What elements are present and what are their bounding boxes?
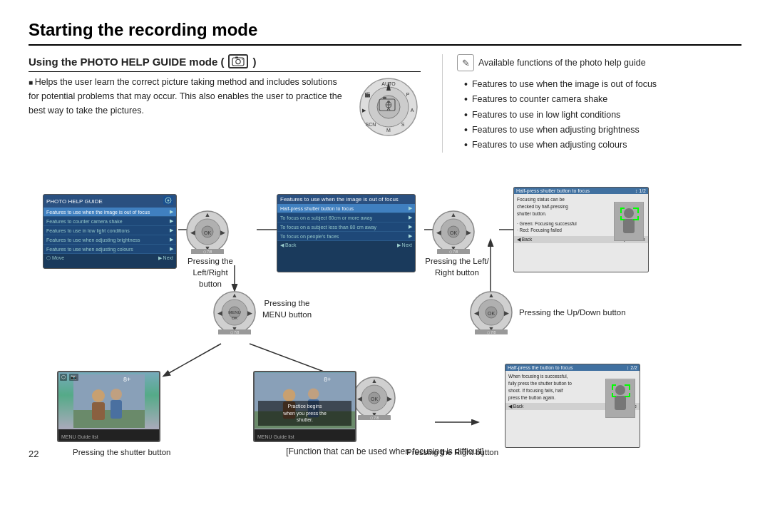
svg-text:A: A	[411, 108, 414, 113]
screen-header-2: Features to use when the image is out of…	[277, 195, 415, 204]
svg-text:▶: ▶	[466, 229, 471, 236]
svg-rect-118	[612, 384, 613, 390]
detail-screen-practice: Half-press the button to focus ↕ 2/2 Whe…	[505, 364, 640, 448]
svg-text:M: M	[386, 128, 391, 133]
photo-image-left: 8+ ⬡ 📷	[58, 372, 159, 429]
svg-point-1	[236, 59, 240, 63]
svg-text:▶: ▶	[504, 310, 509, 317]
svg-text:◀: ◀	[217, 310, 222, 317]
feature-item-2: Features to counter camera shake	[464, 92, 741, 107]
svg-rect-66	[620, 216, 622, 220]
photo-footer-left: MENU Guide list	[58, 429, 159, 442]
screen-row-1-active: Features to use when the image is out of…	[43, 208, 176, 217]
svg-rect-122	[612, 393, 613, 397]
svg-text:◀: ◀	[436, 229, 441, 236]
svg-text:⬡ 7/8: ⬡ 7/8	[370, 416, 379, 420]
label-pressing-left-right: Pressing the Left/Right button	[182, 255, 239, 290]
label-pressing-shutter: Pressing the shutter button	[73, 446, 170, 458]
svg-rect-123	[625, 396, 629, 397]
top-left-panel: Using the PHOTO HELP GUIDE mode ( ) Help…	[29, 54, 442, 153]
screen-row-2: Features to counter camera shake ▶	[43, 217, 176, 226]
label-pressing-up-down: Pressing the Up/Down button	[519, 307, 626, 318]
svg-text:◀: ◀	[474, 310, 479, 317]
nav-wheel-updown: OK ▲ ▼ ◀ ▶ ⬡ 7/8	[469, 290, 513, 334]
section-title-close: )	[252, 56, 256, 68]
feature-item-3: Features to use in low light conditions	[464, 108, 741, 123]
svg-rect-120	[629, 384, 630, 390]
svg-point-3	[242, 58, 244, 60]
svg-text:⬡ 7/8: ⬡ 7/8	[487, 330, 496, 334]
intro-text-block: Helps the user learn the correct picture…	[29, 75, 421, 139]
svg-rect-124	[629, 393, 630, 397]
screen-footer-2: ◀ Back ▶ Next	[277, 241, 415, 250]
photo-help-guide-icon	[228, 54, 248, 68]
svg-text:⬡ 7/8: ⬡ 7/8	[449, 250, 458, 254]
svg-text:P: P	[406, 92, 410, 97]
screen-row-focus-2: To focus on a subject 60cm or more away …	[277, 213, 415, 222]
section-header: Using the PHOTO HELP GUIDE mode ( )	[29, 54, 421, 72]
svg-rect-62	[620, 208, 622, 213]
svg-rect-116	[615, 396, 626, 410]
svg-point-37	[168, 200, 170, 202]
screen-row-3: Features to use in low light conditions …	[43, 226, 176, 235]
svg-text:SCN: SCN	[366, 122, 376, 127]
svg-text:8+: 8+	[123, 376, 130, 383]
practice-overlay: Practice beginswhen you press theshutter…	[258, 401, 351, 426]
svg-text:▲: ▲	[205, 211, 211, 218]
screen-row-4: Features to use when adjusting brightnes…	[43, 235, 176, 245]
title-divider	[29, 44, 741, 46]
svg-text:▲: ▲	[451, 211, 457, 218]
svg-text:8+: 8+	[324, 376, 331, 383]
screen-row-focus-1: Half-press shutter button to focus ▶	[277, 204, 415, 213]
svg-text:▲: ▲	[232, 292, 238, 299]
svg-text:OK: OK	[204, 230, 211, 235]
svg-rect-119	[625, 384, 629, 386]
top-section: Using the PHOTO HELP GUIDE mode ( ) Help…	[29, 54, 741, 153]
svg-line-29	[164, 344, 221, 376]
nav-wheel-menu: MENU OK ▲ ▼ ◀ ▶ ⬡ 7/8	[212, 290, 257, 334]
svg-text:MENU: MENU	[228, 310, 241, 314]
feature-item-5: Features to use when adjusting colours	[464, 138, 741, 153]
svg-text:⬡ 7/8: ⬡ 7/8	[230, 330, 240, 334]
svg-point-92	[92, 389, 105, 402]
page-number: 22	[29, 449, 38, 459]
svg-text:▶: ▶	[247, 310, 252, 317]
right-panel-header: ✎ Available functions of the photo help …	[457, 54, 741, 71]
svg-text:OK: OK	[371, 397, 378, 401]
svg-rect-91	[73, 410, 145, 428]
screen-photo-help-guide: PHOTO HELP GUIDE Features to use when th…	[43, 194, 177, 269]
svg-text:◀: ◀	[190, 229, 195, 236]
screen-footer-1: ⬡ Move ▶ Next	[43, 254, 176, 262]
photo-footer-center: MENU Guide list	[255, 429, 355, 442]
nav-wheel-2: OK ▲ ▼ ◀ ▶ ⬡ 7/8	[431, 210, 476, 254]
note-icon: ✎	[457, 54, 474, 71]
svg-text:▲: ▲	[488, 292, 495, 299]
photo-image-center: 8+ Practice beginswhen you press theshut…	[255, 372, 355, 429]
label-pressing-menu: Pressing the MENU button	[262, 297, 312, 320]
svg-point-59	[624, 208, 634, 218]
detail-thumbnail	[614, 202, 644, 241]
svg-rect-67	[633, 219, 637, 220]
svg-rect-18	[383, 97, 386, 99]
svg-rect-68	[637, 216, 639, 220]
intro-paragraph: Helps the user learn the correct picture…	[29, 75, 346, 118]
svg-rect-63	[633, 208, 637, 209]
nav-wheel-1: OK ▲ ▼ ◀ ▶ ⬡ 7/8	[185, 210, 230, 254]
photo-indicators-left: ⬡ 📷	[60, 374, 78, 381]
svg-text:OK: OK	[450, 230, 457, 235]
svg-text:🎬: 🎬	[364, 91, 371, 98]
detail-practice-header: Half-press the button to focus ↕ 2/2	[505, 364, 640, 371]
svg-text:▶: ▶	[220, 229, 225, 236]
svg-rect-93	[92, 402, 105, 420]
svg-rect-64	[637, 208, 639, 213]
svg-rect-2	[235, 57, 238, 59]
svg-text:OK: OK	[232, 316, 238, 320]
camera-dial-illustration: AUTO P A S M SCN ▶ 🎬	[356, 75, 421, 139]
label-pressing-right: Pressing the Right button	[406, 446, 498, 458]
feature-item-4: Features to use when adjusting brightnes…	[464, 123, 741, 138]
svg-point-115	[615, 385, 625, 395]
svg-text:⬡ 7/8: ⬡ 7/8	[203, 250, 212, 254]
feature-item-1: Features to use when the image is out of…	[464, 77, 741, 92]
screen-row-focus-4: To focus on people's faces ▶	[277, 232, 415, 241]
svg-text:S: S	[401, 122, 405, 127]
